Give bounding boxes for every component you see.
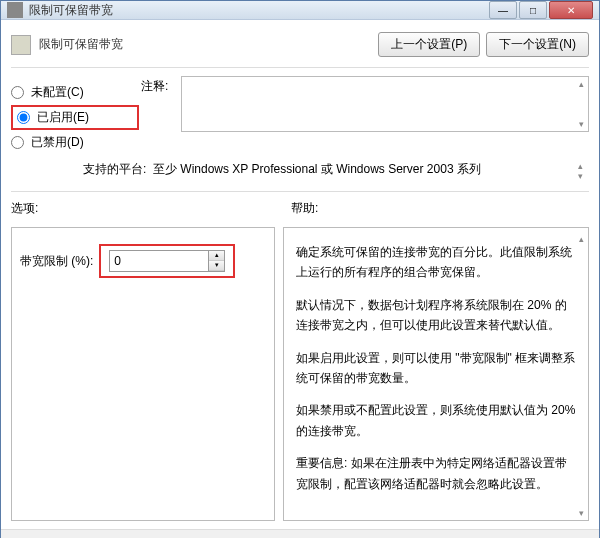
scroll-up-icon[interactable]: ▴	[575, 161, 585, 171]
app-icon	[7, 2, 23, 18]
titlebar: 限制可保留带宽 — □ ✕	[1, 1, 599, 20]
dialog-window: 限制可保留带宽 — □ ✕ 限制可保留带宽 上一个设置(P) 下一个设置(N) …	[0, 0, 600, 538]
content-area: 限制可保留带宽 上一个设置(P) 下一个设置(N) 未配置(C) 已启用(E) …	[1, 20, 599, 529]
help-paragraph: 如果禁用或不配置此设置，则系统使用默认值为 20% 的连接带宽。	[296, 400, 576, 441]
panels: 带宽限制 (%): ▴ ▾ 确定系统可保留的连接带宽的百分比。此值限制系统上运行…	[11, 227, 589, 521]
scroll-up-icon[interactable]: ▴	[576, 232, 586, 242]
help-paragraph: 重要信息: 如果在注册表中为特定网络适配器设置带宽限制，配置该网络适配器时就会忽…	[296, 453, 576, 494]
radio-disabled-label: 已禁用(D)	[31, 134, 84, 151]
panel-labels: 选项: 帮助:	[11, 200, 589, 217]
options-label: 选项:	[11, 200, 291, 217]
scroll-down-icon[interactable]: ▾	[575, 171, 585, 181]
window-controls: — □ ✕	[489, 1, 593, 19]
radio-not-configured-label: 未配置(C)	[31, 84, 84, 101]
policy-title: 限制可保留带宽	[39, 36, 378, 53]
radio-column: 未配置(C) 已启用(E) 已禁用(D)	[11, 76, 141, 155]
spinner-buttons: ▴ ▾	[209, 250, 225, 272]
radio-enabled-input[interactable]	[17, 111, 30, 124]
divider	[11, 191, 589, 192]
next-setting-button[interactable]: 下一个设置(N)	[486, 32, 589, 57]
spinner-up-button[interactable]: ▴	[209, 251, 224, 261]
bandwidth-row: 带宽限制 (%): ▴ ▾	[20, 244, 266, 278]
radio-not-configured-input[interactable]	[11, 86, 24, 99]
bandwidth-spinner-highlight: ▴ ▾	[99, 244, 235, 278]
close-button[interactable]: ✕	[549, 1, 593, 19]
prev-setting-button[interactable]: 上一个设置(P)	[378, 32, 480, 57]
maximize-button[interactable]: □	[519, 1, 547, 19]
nav-buttons: 上一个设置(P) 下一个设置(N)	[378, 32, 589, 57]
footer: 确定 取消 应用(A)	[1, 529, 599, 538]
minimize-button[interactable]: —	[489, 1, 517, 19]
platform-row: 支持的平台: 至少 Windows XP Professional 或 Wind…	[11, 161, 589, 181]
scroll-down-icon[interactable]: ▾	[576, 119, 586, 129]
help-panel: 确定系统可保留的连接带宽的百分比。此值限制系统上运行的所有程序的组合带宽保留。 …	[283, 227, 589, 521]
radio-enabled-label: 已启用(E)	[37, 109, 89, 126]
bandwidth-label: 带宽限制 (%):	[20, 253, 93, 270]
header-row: 限制可保留带宽 上一个设置(P) 下一个设置(N)	[11, 28, 589, 68]
help-label: 帮助:	[291, 200, 589, 217]
radio-disabled-input[interactable]	[11, 136, 24, 149]
comment-textarea[interactable]: ▴ ▾	[181, 76, 589, 132]
help-paragraph: 确定系统可保留的连接带宽的百分比。此值限制系统上运行的所有程序的组合带宽保留。	[296, 242, 576, 283]
scroll-down-icon[interactable]: ▾	[576, 506, 586, 516]
platform-label: 支持的平台:	[83, 161, 153, 181]
policy-icon	[11, 35, 31, 55]
comment-column: 注释: ▴ ▾	[141, 76, 589, 155]
help-paragraph: 如果启用此设置，则可以使用 "带宽限制" 框来调整系统可保留的带宽数量。	[296, 348, 576, 389]
config-section: 未配置(C) 已启用(E) 已禁用(D) 注释: ▴ ▾	[11, 76, 589, 155]
scroll-up-icon[interactable]: ▴	[576, 79, 586, 89]
radio-disabled[interactable]: 已禁用(D)	[11, 134, 141, 151]
comment-label: 注释:	[141, 76, 181, 155]
help-paragraph: 默认情况下，数据包计划程序将系统限制在 20% 的连接带宽之内，但可以使用此设置…	[296, 295, 576, 336]
platform-value: 至少 Windows XP Professional 或 Windows Ser…	[153, 161, 575, 181]
options-panel: 带宽限制 (%): ▴ ▾	[11, 227, 275, 521]
radio-enabled[interactable]: 已启用(E)	[11, 105, 139, 130]
radio-not-configured[interactable]: 未配置(C)	[11, 84, 141, 101]
spinner-down-button[interactable]: ▾	[209, 261, 224, 271]
window-title: 限制可保留带宽	[29, 2, 489, 19]
bandwidth-input[interactable]	[109, 250, 209, 272]
